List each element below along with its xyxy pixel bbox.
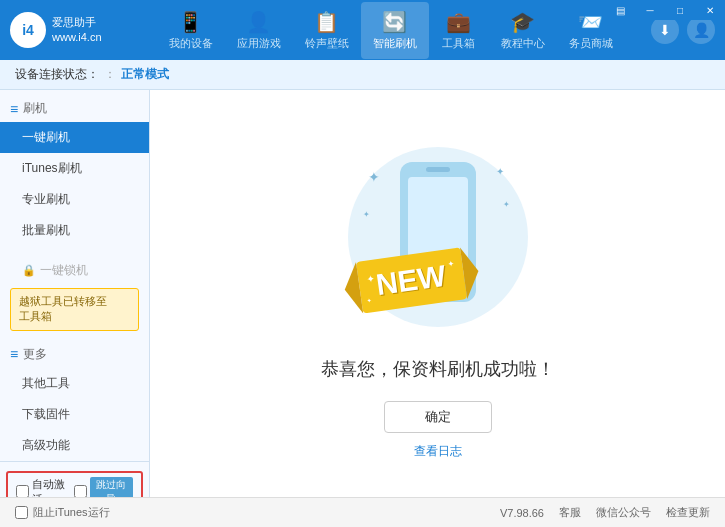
nav-smart-flash[interactable]: 🔄 智能刷机: [361, 2, 429, 59]
close-button[interactable]: ✕: [695, 0, 725, 20]
stop-itunes-checkbox[interactable]: [15, 506, 28, 519]
service-nav-icon: 📨: [578, 10, 603, 34]
sidebar-disabled-lock: 🔒 一键锁机: [0, 257, 149, 284]
svg-text:✦: ✦: [503, 200, 510, 209]
header-right: ⬇ 👤: [651, 16, 715, 44]
logo-text: 爱思助手 www.i4.cn: [52, 15, 102, 46]
content-area: NEW ✦ ✦ ✦ ✦ ✦ ✦ ✦ 恭喜您，保资料刷机成功啦！ 确定 查看日志: [150, 90, 725, 497]
ringtone-nav-icon: 📋: [314, 10, 339, 34]
sidebar-item-batch-flash[interactable]: 批量刷机: [0, 215, 149, 246]
download-button[interactable]: ⬇: [651, 16, 679, 44]
svg-text:✦: ✦: [365, 273, 374, 285]
sidebar-item-download-firmware[interactable]: 下载固件: [0, 399, 149, 430]
version-label: V7.98.66: [500, 507, 544, 519]
lock-icon: 🔒: [22, 264, 36, 277]
confirm-button[interactable]: 确定: [384, 401, 492, 433]
nav-my-device[interactable]: 📱 我的设备: [157, 2, 225, 59]
success-illustration: NEW ✦ ✦ ✦ ✦ ✦ ✦ ✦: [328, 127, 548, 357]
nav-apps[interactable]: 👤 应用游戏: [225, 2, 293, 59]
logo-area: i4 爱思助手 www.i4.cn: [10, 12, 130, 48]
auto-activate-checkbox[interactable]: [16, 485, 29, 497]
flash-section-icon: ≡: [10, 101, 18, 117]
flash-section: ≡ 刷机 一键刷机 iTunes刷机 专业刷机 批量刷机: [0, 90, 149, 251]
toolbox-nav-icon: 💼: [446, 10, 471, 34]
sidebar-item-itunes-flash[interactable]: iTunes刷机: [0, 153, 149, 184]
sidebar-item-one-key-flash[interactable]: 一键刷机: [0, 122, 149, 153]
tutorial-nav-icon: 🎓: [510, 10, 535, 34]
wifi-icon: ▤: [605, 0, 635, 20]
success-svg: NEW ✦ ✦ ✦ ✦ ✦ ✦ ✦: [328, 127, 548, 357]
logo-icon: i4: [10, 12, 46, 48]
sidebar-item-advanced[interactable]: 高级功能: [0, 430, 149, 461]
breadcrumb: 设备连接状态： ： 正常模式: [0, 60, 725, 90]
nav-bar: 📱 我的设备 👤 应用游戏 📋 铃声壁纸 🔄 智能刷机 💼 工具箱 🎓 教程中心…: [130, 2, 651, 59]
svg-text:✦: ✦: [368, 169, 380, 185]
user-button[interactable]: 👤: [687, 16, 715, 44]
nav-tutorial[interactable]: 🎓 教程中心: [489, 2, 557, 59]
nav-toolbox[interactable]: 💼 工具箱: [429, 2, 489, 59]
skip-guide-checkbox[interactable]: [74, 485, 87, 497]
more-section-header: ≡ 更多: [0, 341, 149, 368]
device-section: 自动激活 跳过向导 📱 iPhone 15 Pro Max 512GB iPho…: [0, 461, 149, 497]
footer-check-update[interactable]: 检查更新: [666, 505, 710, 520]
footer-right: V7.98.66 客服 微信公众号 检查更新: [500, 505, 710, 520]
flash-nav-icon: 🔄: [382, 10, 407, 34]
footer-wechat[interactable]: 微信公众号: [596, 505, 651, 520]
svg-text:✦: ✦: [363, 210, 370, 219]
svg-rect-3: [426, 167, 450, 172]
main-layout: ≡ 刷机 一键刷机 iTunes刷机 专业刷机 批量刷机 🔒 一键锁机 越狱工具…: [0, 90, 725, 497]
nav-ringtone[interactable]: 📋 铃声壁纸: [293, 2, 361, 59]
apps-nav-icon: 👤: [246, 10, 271, 34]
minimize-button[interactable]: ─: [635, 0, 665, 20]
footer-left: 阻止iTunes运行: [15, 505, 110, 520]
window-controls: ▤ ─ □ ✕: [605, 0, 725, 20]
sidebar: ≡ 刷机 一键刷机 iTunes刷机 专业刷机 批量刷机 🔒 一键锁机 越狱工具…: [0, 90, 150, 497]
device-nav-icon: 📱: [178, 10, 203, 34]
sidebar-item-pro-flash[interactable]: 专业刷机: [0, 184, 149, 215]
skip-guide-checkbox-label[interactable]: 跳过向导: [74, 477, 133, 497]
device-options-row: 自动激活 跳过向导: [6, 471, 143, 497]
more-section-icon: ≡: [10, 346, 18, 362]
sidebar-notice: 越狱工具已转移至 工具箱: [10, 288, 139, 331]
footer: 阻止iTunes运行 V7.98.66 客服 微信公众号 检查更新: [0, 497, 725, 527]
svg-text:✦: ✦: [366, 297, 372, 304]
breadcrumb-separator: ：: [104, 66, 116, 83]
maximize-button[interactable]: □: [665, 0, 695, 20]
sidebar-item-other-tools[interactable]: 其他工具: [0, 368, 149, 399]
footer-customer-service[interactable]: 客服: [559, 505, 581, 520]
success-message: 恭喜您，保资料刷机成功啦！: [321, 357, 555, 381]
flash-section-header: ≡ 刷机: [0, 95, 149, 122]
auto-activate-checkbox-label[interactable]: 自动激活: [16, 477, 70, 497]
skip-guide-button[interactable]: 跳过向导: [90, 477, 133, 497]
view-log-link[interactable]: 查看日志: [414, 443, 462, 460]
svg-text:✦: ✦: [496, 166, 504, 177]
svg-text:✦: ✦: [446, 259, 454, 269]
